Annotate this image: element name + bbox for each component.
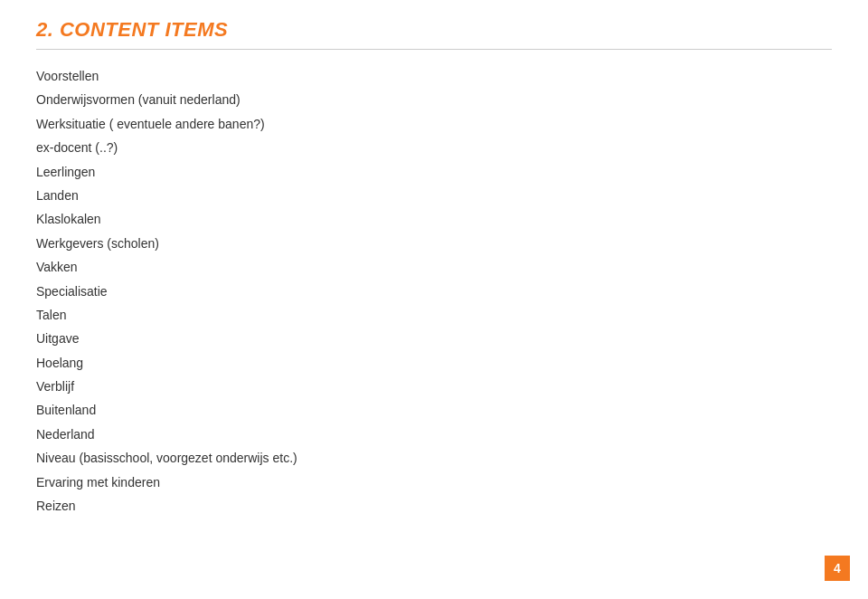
list-item: Klaslokalen bbox=[36, 209, 832, 229]
list-item: Hoelang bbox=[36, 353, 832, 373]
section-divider bbox=[36, 49, 832, 50]
section-number: 2. bbox=[36, 18, 53, 41]
page-number: 4 bbox=[834, 561, 841, 575]
list-item: Reizen bbox=[36, 496, 832, 516]
list-item: Specialisatie bbox=[36, 281, 832, 301]
list-item: Leerlingen bbox=[36, 162, 832, 182]
list-item: Niveau (basisschool, voorgezet onderwijs… bbox=[36, 448, 832, 468]
list-item: Ervaring met kinderen bbox=[36, 472, 832, 492]
list-item: Onderwijsvormen (vanuit nederland) bbox=[36, 90, 832, 109]
list-item: Werksituatie ( eventuele andere banen?) bbox=[36, 114, 832, 134]
content-list: VoorstellenOnderwijsvormen (vanuit neder… bbox=[36, 66, 832, 516]
list-item: Vakken bbox=[36, 257, 832, 277]
list-item: Landen bbox=[36, 185, 832, 205]
list-item: Nederland bbox=[36, 424, 832, 444]
section-title: 2. CONTENT ITEMS bbox=[36, 18, 832, 42]
list-item: Talen bbox=[36, 305, 832, 325]
page-number-box: 4 bbox=[825, 556, 850, 581]
list-item: ex-docent (..?) bbox=[36, 138, 832, 157]
list-item: Buitenland bbox=[36, 400, 832, 420]
section-heading: CONTENT ITEMS bbox=[60, 18, 228, 41]
list-item: Verblijf bbox=[36, 376, 832, 396]
list-item: Voorstellen bbox=[36, 66, 832, 86]
list-item: Werkgevers (scholen) bbox=[36, 233, 832, 253]
page-container: 2. CONTENT ITEMS VoorstellenOnderwijsvor… bbox=[0, 0, 868, 574]
list-item: Uitgave bbox=[36, 328, 832, 348]
